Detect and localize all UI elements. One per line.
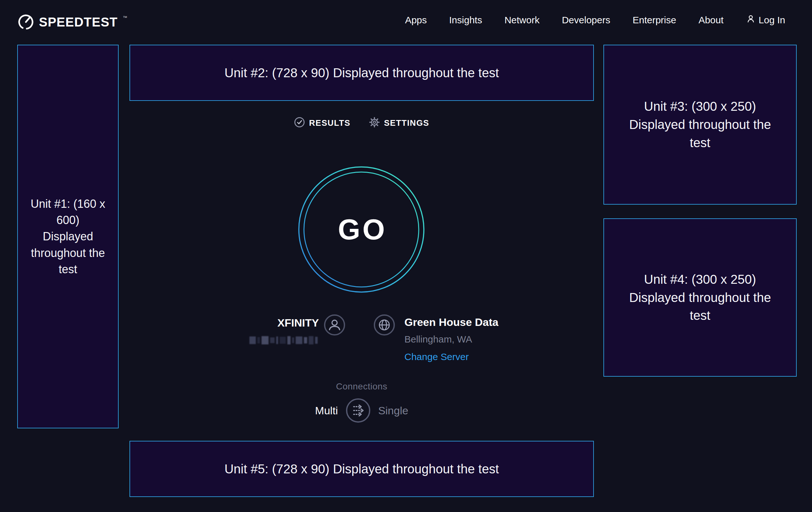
ad-unit-4-text: Unit #4: (300 x 250) Displayed throughou… bbox=[628, 270, 772, 325]
ad-unit-4: Unit #4: (300 x 250) Displayed throughou… bbox=[603, 218, 797, 377]
nav-item-developers[interactable]: Developers bbox=[562, 15, 610, 26]
nav-item-enterprise[interactable]: Enterprise bbox=[633, 15, 676, 26]
ad-unit-3-text: Unit #3: (300 x 250) Displayed throughou… bbox=[628, 97, 772, 152]
tab-row: RESULTS bbox=[129, 117, 594, 129]
ad-unit-1: Unit #1: (160 x 600) Displayed throughou… bbox=[17, 45, 119, 428]
connections-title: Connections bbox=[129, 381, 594, 392]
ad-unit-5: Unit #5: (728 x 90) Displayed throughout… bbox=[129, 441, 594, 497]
change-server-link[interactable]: Change Server bbox=[404, 351, 498, 362]
speedtest-page: SPEEDTEST ™ Apps Insights Network Develo… bbox=[0, 0, 812, 512]
go-label: GO bbox=[297, 166, 425, 293]
speedometer-icon bbox=[17, 13, 34, 31]
login-button[interactable]: Log In bbox=[746, 14, 785, 26]
check-circle-icon bbox=[294, 117, 305, 129]
ad-unit-2-text: Unit #2: (728 x 90) Displayed throughout… bbox=[225, 64, 499, 82]
server-location: Bellingham, WA bbox=[404, 334, 498, 345]
ad-unit-2: Unit #2: (728 x 90) Displayed throughout… bbox=[129, 45, 594, 101]
tab-settings[interactable]: SETTINGS bbox=[369, 117, 429, 129]
tab-settings-label: SETTINGS bbox=[384, 118, 429, 128]
connections-section: Connections Multi Single bbox=[129, 381, 594, 423]
server-name: Green House Data bbox=[404, 316, 498, 328]
logo-trademark: ™ bbox=[123, 15, 127, 20]
tab-results[interactable]: RESULTS bbox=[294, 117, 350, 129]
multi-connection-arrows-icon[interactable] bbox=[346, 398, 371, 423]
gear-icon bbox=[369, 117, 380, 129]
speedtest-logo[interactable]: SPEEDTEST ™ bbox=[17, 13, 126, 31]
nav-item-apps[interactable]: Apps bbox=[405, 15, 427, 26]
tab-results-label: RESULTS bbox=[309, 118, 350, 128]
ad-unit-1-text: Unit #1: (160 x 600) Displayed throughou… bbox=[30, 196, 106, 277]
ad-unit-5-text: Unit #5: (728 x 90) Displayed throughout… bbox=[225, 460, 499, 478]
nav-item-insights[interactable]: Insights bbox=[449, 15, 482, 26]
user-icon bbox=[746, 14, 756, 26]
server-block: Green House Data Bellingham, WA Change S… bbox=[404, 316, 498, 362]
login-label: Log In bbox=[759, 15, 785, 26]
connections-single-option[interactable]: Single bbox=[378, 404, 409, 417]
globe-icon bbox=[374, 314, 395, 336]
nav-item-network[interactable]: Network bbox=[504, 15, 540, 26]
go-button[interactable]: GO bbox=[297, 166, 425, 293]
isp-name: XFINITY bbox=[252, 317, 319, 329]
nav-item-about[interactable]: About bbox=[698, 15, 723, 26]
connections-multi-option[interactable]: Multi bbox=[315, 404, 338, 417]
ad-unit-3: Unit #3: (300 x 250) Displayed throughou… bbox=[603, 45, 797, 205]
connections-row: Multi Single bbox=[129, 398, 594, 423]
logo-text: SPEEDTEST bbox=[39, 15, 118, 29]
main-nav: Apps Insights Network Developers Enterpr… bbox=[405, 14, 785, 26]
redacted-ip-blur bbox=[250, 335, 318, 345]
isp-user-icon bbox=[324, 314, 345, 336]
